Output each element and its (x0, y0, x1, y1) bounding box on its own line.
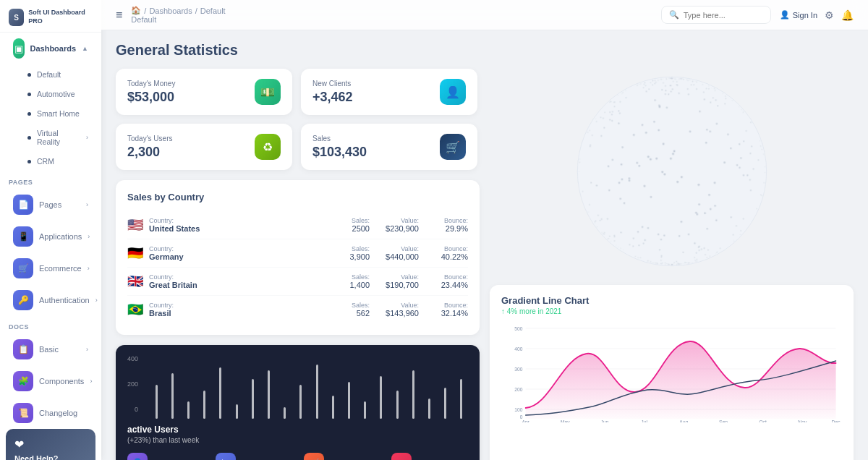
svg-point-32 (689, 263, 690, 263)
svg-point-130 (694, 81, 695, 82)
country-value-gb: Value: $190,700 (375, 273, 419, 289)
svg-point-317 (696, 213, 698, 216)
svg-point-297 (759, 140, 760, 141)
svg-point-115 (643, 185, 645, 187)
svg-point-140 (705, 88, 707, 90)
ecommerce-chevron-icon: › (88, 265, 90, 272)
svg-point-202 (764, 172, 765, 173)
svg-point-325 (695, 261, 696, 262)
breadcrumb: 🏠 / Dashboards / Default Default (131, 6, 225, 24)
svg-point-224 (709, 208, 711, 210)
stat-info: New Clients +3,462 (312, 80, 353, 105)
globe-container (490, 69, 854, 275)
svg-point-164 (665, 79, 667, 80)
sign-in-label: Sign In (793, 11, 817, 20)
svg-point-67 (664, 85, 665, 87)
bar (299, 385, 302, 419)
svg-point-0 (577, 77, 766, 266)
svg-point-162 (604, 112, 605, 114)
svg-point-86 (590, 182, 592, 184)
notifications-icon[interactable]: 🔔 (841, 9, 854, 21)
sidebar-item-label: CRM (37, 157, 54, 166)
svg-point-358 (647, 260, 649, 262)
chart-y-axis: 400 200 0 (127, 355, 138, 413)
sidebar-item-default[interactable]: Default (19, 65, 97, 84)
svg-point-255 (750, 122, 752, 123)
sidebar-item-automotive[interactable]: Automotive (19, 85, 97, 103)
dashboards-nav[interactable]: ▣ Dashboards ▲ (4, 33, 97, 64)
settings-icon[interactable]: ⚙ (825, 9, 834, 21)
svg-point-25 (742, 174, 744, 176)
svg-point-310 (668, 78, 669, 79)
sidebar-item-ecommerce[interactable]: 🛒 Ecommerce › (4, 253, 97, 284)
svg-point-204 (620, 232, 621, 234)
sidebar-item-crm[interactable]: CRM (19, 152, 97, 171)
svg-point-242 (687, 234, 689, 236)
stats-grid: Today's Money $53,000 💵 New Clients +3,4… (116, 69, 477, 170)
bar (252, 379, 254, 419)
svg-point-249 (740, 230, 741, 231)
svg-point-159 (595, 121, 597, 122)
svg-point-291 (644, 82, 645, 84)
svg-point-153 (678, 235, 680, 237)
bar (236, 404, 238, 419)
metric-clicks: 🖱 clicks 2m (216, 453, 292, 460)
svg-point-137 (629, 244, 630, 245)
search-input[interactable] (684, 11, 763, 20)
svg-point-57 (595, 119, 595, 119)
country-name: United States (149, 224, 320, 233)
svg-point-360 (641, 124, 643, 127)
svg-point-53 (708, 88, 710, 90)
sign-in-button[interactable]: 👤 Sign In (780, 10, 817, 20)
stat-val: $440,000 (375, 252, 419, 261)
svg-point-340 (610, 114, 612, 115)
sidebar-item-virtualreality[interactable]: Virtual Reality › (19, 124, 97, 151)
sidebar-item-pages[interactable]: 📄 Pages › (4, 189, 97, 220)
svg-point-282 (617, 247, 618, 247)
country-info-br: Country: Brasil (149, 302, 320, 318)
svg-point-120 (647, 156, 649, 158)
bar (316, 365, 318, 419)
applications-icon: 📱 (13, 226, 33, 247)
sales-metric-icon: 🛒 (304, 453, 324, 460)
stat-label: Bounce: (425, 273, 468, 281)
country-label: Country: (149, 245, 320, 252)
svg-point-97 (663, 235, 665, 237)
page-title: General Statistics (116, 42, 854, 59)
svg-text:Jul: Jul (641, 418, 647, 422)
stat-label: Sales: (326, 273, 370, 281)
svg-point-78 (600, 117, 601, 119)
svg-point-151 (639, 257, 641, 259)
bar-column (198, 361, 211, 419)
search-box[interactable]: 🔍 (661, 6, 771, 24)
svg-point-74 (742, 218, 744, 220)
svg-point-332 (678, 79, 678, 80)
svg-point-211 (596, 226, 597, 227)
svg-point-85 (579, 162, 580, 163)
svg-point-82 (685, 263, 686, 264)
svg-point-126 (653, 121, 655, 123)
stat-label: Bounce: (425, 302, 468, 309)
svg-point-187 (618, 122, 619, 124)
svg-point-179 (649, 158, 651, 161)
svg-point-311 (730, 216, 731, 218)
svg-point-238 (661, 171, 663, 174)
svg-text:500: 500 (514, 325, 522, 332)
bar (156, 385, 158, 419)
menu-toggle-icon[interactable]: ≡ (116, 9, 122, 22)
ecommerce-icon: 🛒 (13, 258, 33, 278)
sidebar-item-authentication[interactable]: 🔑 Authentication › (4, 285, 97, 315)
bar (380, 376, 382, 419)
svg-point-121 (732, 234, 733, 236)
svg-point-190 (655, 82, 656, 83)
sidebar-item-changelog[interactable]: 📜 Changelog (4, 398, 97, 428)
sidebar-item-applications[interactable]: 📱 Applications › (4, 221, 97, 252)
sales-by-country-title: Sales by Country (127, 192, 468, 203)
sidebar-item-smarthome[interactable]: Smart Home (19, 104, 97, 123)
svg-point-296 (717, 105, 718, 106)
svg-point-218 (662, 143, 664, 145)
svg-point-172 (659, 80, 660, 80)
pages-section-label: PAGES (0, 171, 101, 189)
sidebar-item-basic[interactable]: 📋 Basic › (4, 334, 97, 365)
sidebar-item-components[interactable]: 🧩 Components › (4, 366, 97, 396)
